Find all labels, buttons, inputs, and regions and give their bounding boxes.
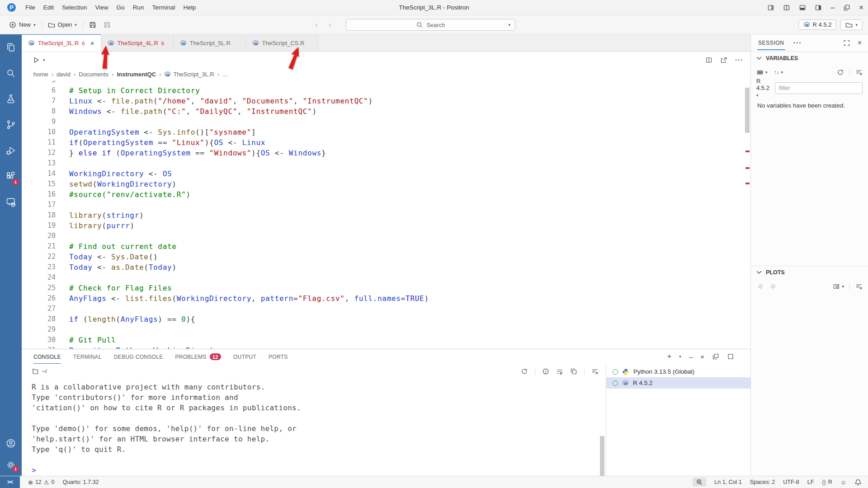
panel-maximize-icon[interactable]: [727, 353, 734, 360]
editor-tab[interactable]: RTheScript_4L.R6: [101, 34, 174, 52]
variables-view-mode-button[interactable]: ▾: [756, 69, 768, 76]
settings-gear-icon[interactable]: 1: [0, 454, 22, 476]
panel-tab-problems[interactable]: PROBLEMS12: [175, 349, 221, 364]
menu-run[interactable]: Run: [129, 2, 148, 13]
navigate-back-icon[interactable]: ‹: [315, 20, 318, 29]
plots-layout-button[interactable]: ▾: [833, 283, 844, 290]
variables-filter-input[interactable]: [775, 82, 863, 94]
eol-sequence[interactable]: LF: [807, 479, 814, 485]
explorer-icon[interactable]: [0, 34, 22, 60]
console-info-icon[interactable]: [542, 368, 549, 375]
breadcrumb-item[interactable]: david: [57, 71, 71, 78]
open-in-window-icon[interactable]: [720, 56, 727, 64]
editor-scrollbar[interactable]: [745, 88, 750, 133]
open-button[interactable]: Open▾: [44, 19, 80, 30]
menu-view[interactable]: View: [91, 2, 113, 13]
session-item[interactable]: Python 3.13.5 (Global): [606, 366, 750, 377]
toggle-sidebar-icon[interactable]: [783, 4, 790, 11]
word-wrap-icon[interactable]: [556, 368, 563, 375]
navigate-forward-icon[interactable]: ›: [329, 20, 331, 29]
restart-console-icon[interactable]: [521, 368, 528, 375]
save-all-button[interactable]: [100, 19, 114, 30]
menu-terminal[interactable]: Terminal: [148, 2, 179, 13]
panel-tab-console[interactable]: CONSOLE: [33, 349, 61, 364]
menu-edit[interactable]: Edit: [39, 2, 58, 13]
project-button[interactable]: ▾: [840, 19, 863, 30]
indentation[interactable]: Spaces: 2: [750, 479, 775, 485]
remote-indicator[interactable]: ><: [0, 476, 20, 488]
breadcrumb-item[interactable]: InstrumentQC: [117, 71, 156, 78]
panel-tab-terminal[interactable]: TERMINAL: [73, 349, 102, 364]
console-scrollbar[interactable]: [600, 436, 604, 476]
code-editor[interactable]: 56# Setup in Correct Directory7Linux <- …: [22, 80, 750, 349]
panel-tab-output[interactable]: OUTPUT: [233, 349, 256, 364]
toggle-panel-icon[interactable]: [799, 4, 806, 11]
duplicate-console-icon[interactable]: [570, 368, 577, 375]
menu-help[interactable]: Help: [179, 2, 200, 13]
previous-plot-icon[interactable]: [756, 283, 764, 290]
breadcrumb-item[interactable]: home: [33, 71, 48, 78]
panel-tab-debug-console[interactable]: DEBUG CONSOLE: [114, 349, 163, 364]
run-debug-icon[interactable]: [0, 137, 22, 163]
interpreter-button[interactable]: R R 4.5.2: [798, 19, 837, 30]
sidebar-close-icon[interactable]: ×: [858, 39, 862, 47]
editor-tab[interactable]: RTheScript_CS.R: [246, 34, 318, 52]
extensions-icon[interactable]: 1: [0, 163, 22, 189]
account-icon[interactable]: [0, 432, 22, 454]
sidebar-more-icon[interactable]: ···: [793, 39, 802, 47]
encoding[interactable]: UTF-8: [783, 479, 799, 485]
problems-status[interactable]: ⊗12 ⚠0: [28, 479, 54, 486]
search-caret-icon[interactable]: ▾: [508, 23, 510, 27]
close-icon[interactable]: ×: [859, 3, 863, 12]
refresh-variables-icon[interactable]: [837, 69, 844, 76]
feedback-smiley-icon[interactable]: ☺: [840, 479, 846, 486]
search-sidebar-icon[interactable]: [0, 60, 22, 86]
run-button[interactable]: ▾: [33, 56, 45, 64]
new-button[interactable]: New▾: [5, 19, 39, 30]
language-mode[interactable]: {}R: [822, 479, 832, 485]
remote-explorer-icon[interactable]: [0, 189, 22, 215]
clear-console-icon[interactable]: [591, 368, 599, 375]
save-button[interactable]: [85, 19, 100, 30]
session-item[interactable]: RR 4.5.2: [606, 377, 750, 389]
variables-sort-button[interactable]: ↑↓▾: [774, 69, 783, 75]
editor-tab[interactable]: RTheScript_5L.R: [174, 34, 246, 52]
editor-more-actions-icon[interactable]: ···: [735, 56, 743, 64]
run-dropdown-icon[interactable]: ▾: [43, 58, 45, 62]
expand-icon[interactable]: [843, 39, 850, 47]
notifications-bell-icon[interactable]: [854, 479, 862, 486]
breadcrumb-item[interactable]: Documents: [79, 71, 108, 78]
split-editor-icon[interactable]: [705, 56, 712, 64]
editor-tab[interactable]: RTheScript_3L.R6×: [22, 34, 101, 52]
toggle-secondary-sidebar-icon[interactable]: [815, 4, 822, 11]
plots-section-header[interactable]: PLOTS: [751, 266, 868, 278]
console-working-directory[interactable]: ~/: [32, 368, 47, 375]
tab-close-icon[interactable]: ×: [90, 39, 94, 47]
next-plot-icon[interactable]: [770, 283, 777, 290]
clear-plots-icon[interactable]: [855, 283, 863, 290]
source-control-icon[interactable]: [0, 112, 22, 137]
zoom-button[interactable]: [693, 478, 706, 487]
breadcrumb-item[interactable]: ...: [222, 71, 227, 78]
customize-layout-icon[interactable]: [767, 4, 774, 11]
panel-close-icon[interactable]: ×: [700, 353, 704, 361]
panel-minimize-icon[interactable]: –: [689, 353, 693, 361]
search-box[interactable]: Search ▾: [346, 19, 515, 31]
variables-interpreter-select[interactable]: R 4.5.2 ▾: [756, 78, 770, 98]
panel-restore-icon[interactable]: [712, 353, 719, 360]
minimize-icon[interactable]: –: [830, 5, 835, 10]
cursor-position[interactable]: Ln 1, Col 1: [714, 479, 741, 485]
menu-go[interactable]: Go: [113, 2, 129, 13]
quarto-version[interactable]: Quarto: 1.7.32: [62, 479, 99, 485]
restore-icon[interactable]: [843, 4, 850, 11]
new-session-dropdown-icon[interactable]: ▾: [679, 354, 681, 359]
clear-variables-icon[interactable]: [855, 69, 863, 76]
panel-tab-ports[interactable]: PORTS: [269, 349, 288, 364]
menu-file[interactable]: File: [21, 2, 39, 13]
tab-session[interactable]: SESSION: [757, 36, 785, 50]
breadcrumb-item[interactable]: RTheScript_3L.R: [164, 71, 214, 78]
new-session-icon[interactable]: +: [667, 352, 671, 361]
menu-selection[interactable]: Selection: [58, 2, 91, 13]
console-output[interactable]: R is a collaborative project with many c…: [22, 379, 606, 476]
variables-section-header[interactable]: VARIABLES: [751, 52, 868, 65]
